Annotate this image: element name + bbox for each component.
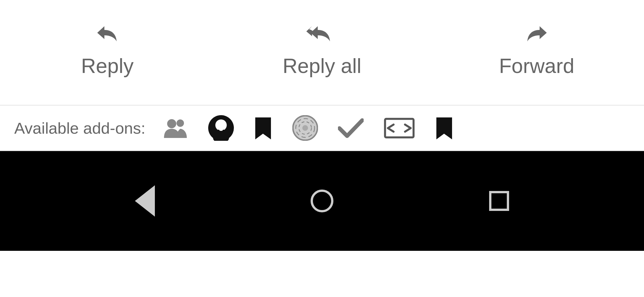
reply-all-icon — [305, 22, 339, 48]
svg-point-1 — [177, 119, 184, 127]
candy-addon-icon[interactable] — [292, 115, 318, 141]
addons-bar: Available add-ons: — [0, 105, 644, 151]
home-button[interactable] — [311, 190, 333, 212]
reply-all-button[interactable]: Reply all — [215, 16, 430, 83]
code-addon-icon[interactable] — [384, 117, 415, 139]
recent-apps-button[interactable] — [489, 191, 509, 211]
back-button[interactable] — [135, 185, 155, 217]
svg-point-3 — [215, 119, 227, 131]
reply-icon — [94, 22, 120, 48]
face-addon-icon[interactable] — [208, 115, 234, 141]
android-nav-bar — [0, 151, 644, 251]
reply-button[interactable]: Reply — [0, 16, 215, 83]
people-addon-icon[interactable] — [163, 117, 188, 139]
svg-point-5 — [217, 130, 220, 132]
svg-point-6 — [222, 130, 225, 132]
reply-all-label: Reply all — [283, 54, 361, 78]
svg-point-10 — [302, 125, 308, 131]
bookmark2-addon-icon[interactable] — [435, 116, 453, 140]
addon-icons-list — [163, 115, 453, 141]
main-content: Reply Reply all Forward Availabl — [0, 0, 644, 151]
action-buttons-row: Reply Reply all Forward — [0, 0, 644, 105]
recent-apps-icon — [489, 191, 509, 211]
forward-icon — [524, 22, 550, 48]
reply-label: Reply — [81, 54, 133, 78]
forward-label: Forward — [499, 54, 574, 78]
addons-label: Available add-ons: — [14, 119, 145, 137]
svg-point-0 — [167, 119, 176, 128]
forward-button[interactable]: Forward — [429, 16, 644, 83]
home-icon — [311, 190, 333, 212]
check-addon-icon[interactable] — [338, 117, 364, 139]
bookmark1-addon-icon[interactable] — [254, 116, 272, 140]
back-icon — [135, 185, 155, 217]
